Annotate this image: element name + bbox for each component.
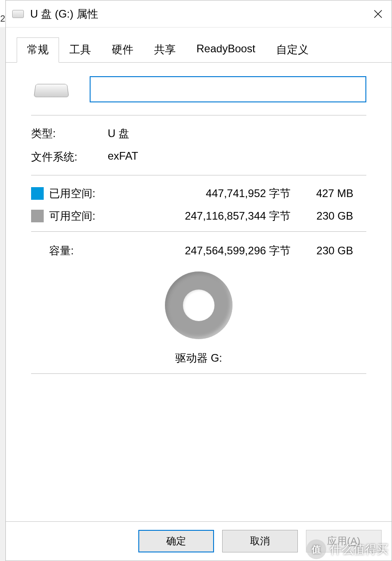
filesystem-label: 文件系统:	[31, 150, 108, 164]
watermark: 值 什么值得买	[303, 538, 392, 561]
window-title: U 盘 (G:) 属性	[30, 7, 365, 21]
close-button[interactable]	[365, 0, 392, 28]
free-space-label: 可用空间:	[49, 209, 121, 223]
drive-name-row	[31, 76, 366, 102]
filesystem-value: exFAT	[108, 150, 366, 164]
divider	[31, 115, 366, 115]
drive-info-grid: 类型: U 盘 文件系统: exFAT	[31, 126, 366, 164]
usage-chart-wrap: 驱动器 G:	[31, 271, 366, 365]
capacity-human: 230 GB	[303, 244, 366, 257]
ok-button[interactable]: 确定	[138, 530, 214, 552]
divider	[31, 373, 366, 374]
used-space-label: 已用空间:	[49, 186, 121, 201]
capacity-bytes: 247,564,599,296 字节	[121, 244, 303, 258]
tab-sharing[interactable]: 共享	[144, 37, 186, 62]
type-label: 类型:	[31, 126, 108, 141]
tab-customize[interactable]: 自定义	[266, 37, 319, 62]
used-space-human: 427 MB	[303, 187, 366, 200]
watermark-badge-icon: 值	[306, 539, 326, 559]
free-space-human: 230 GB	[303, 210, 366, 222]
titlebar: U 盘 (G:) 属性	[6, 0, 392, 28]
capacity-row: 容量: 247,564,599,296 字节 230 GB	[31, 244, 366, 258]
usage-pie-chart	[165, 271, 232, 339]
used-space-row: 已用空间: 447,741,952 字节 427 MB	[31, 186, 366, 201]
divider	[31, 175, 366, 175]
capacity-label: 容量:	[49, 244, 121, 258]
tab-tools[interactable]: 工具	[59, 37, 101, 62]
free-space-bytes: 247,116,857,344 字节	[121, 209, 303, 223]
watermark-text: 什么值得买	[330, 542, 388, 557]
drive-caption: 驱动器 G:	[175, 351, 222, 365]
cancel-button[interactable]: 取消	[222, 530, 298, 552]
tab-general[interactable]: 常规	[17, 37, 59, 63]
tab-readyboost[interactable]: ReadyBoost	[186, 37, 266, 62]
type-value: U 盘	[108, 126, 366, 141]
free-space-swatch	[31, 210, 44, 222]
used-space-bytes: 447,741,952 字节	[121, 186, 303, 201]
drive-icon	[12, 10, 24, 18]
tab-hardware[interactable]: 硬件	[101, 37, 144, 62]
properties-dialog: U 盘 (G:) 属性 常规 工具 硬件 共享 ReadyBoost 自定义 类…	[5, 0, 392, 561]
divider	[31, 231, 366, 232]
free-space-row: 可用空间: 247,116,857,344 字节 230 GB	[31, 209, 366, 223]
tab-content-general: 类型: U 盘 文件系统: exFAT 已用空间: 447,741,952 字节…	[6, 63, 392, 521]
tab-strip: 常规 工具 硬件 共享 ReadyBoost 自定义	[6, 37, 392, 63]
close-icon	[373, 9, 383, 19]
used-space-swatch	[31, 187, 44, 200]
drive-icon-large	[31, 78, 72, 101]
background-window-fragment: 2	[0, 0, 5, 27]
drive-name-input[interactable]	[90, 76, 366, 102]
